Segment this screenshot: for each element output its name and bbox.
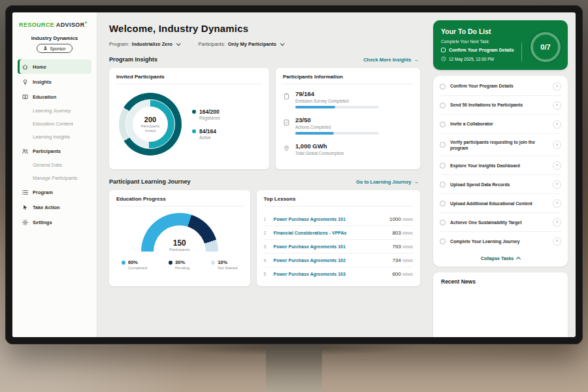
lesson-title-link[interactable]: Power Purchase Agreements 103 <box>274 272 388 276</box>
task-label: Upload Additional Educational Content <box>450 201 548 206</box>
chevron-right-icon[interactable]: › <box>553 161 561 170</box>
sidebar-item-program[interactable]: Program <box>18 185 91 199</box>
chevron-up-icon <box>516 257 521 261</box>
card-title: Participants Information <box>283 74 413 84</box>
lesson-views: 1000 <box>389 216 401 222</box>
todo-panel: Your To Do List Complete Your Next Task:… <box>429 12 576 337</box>
todo-task-list: Confirm Your Program Details › Send 50 I… <box>433 76 568 267</box>
sidebar-item-learning-journey[interactable]: Learning Journey <box>18 105 91 117</box>
chevron-right-icon[interactable]: › <box>553 140 561 149</box>
todo-next-task[interactable]: Confirm Your Program Details <box>441 48 518 52</box>
gauge-value: 150 <box>141 238 218 248</box>
go-to-learning-journey-link[interactable]: Go to Learning Journey → <box>356 179 419 185</box>
sidebar-item-education-content[interactable]: Education Content <box>18 118 91 130</box>
todo-due-text: 12 May 2025, 12:00 PM <box>449 57 494 61</box>
checklist-icon <box>283 117 290 135</box>
sidebar-item-home[interactable]: Home <box>18 59 91 74</box>
lesson-row: 1 Power Purchase Agreements 101 1000view… <box>264 212 413 226</box>
checkbox-icon[interactable] <box>440 103 446 108</box>
legend-dot <box>169 261 172 265</box>
lesson-title-link[interactable]: Power Purchase Agreements 101 <box>274 217 385 221</box>
chevron-right-icon[interactable]: › <box>553 237 561 246</box>
todo-title: Your To Do List <box>441 27 518 35</box>
org-name: Industry Dynamics <box>18 35 91 41</box>
sponsor-badge[interactable]: Sponsor <box>37 44 72 53</box>
chevron-right-icon[interactable]: › <box>553 120 561 129</box>
sidebar-item-take-action[interactable]: Take Action <box>18 200 91 214</box>
invited-total: 200 <box>144 116 156 123</box>
task-row[interactable]: Send 50 Invitations to Participants › <box>440 96 561 115</box>
lesson-title-link[interactable]: Power Purchase Agreements 101 <box>274 244 388 249</box>
lesson-title-link[interactable]: Power Purchase Agreements 102 <box>274 258 388 263</box>
legend-label: Not Started <box>218 266 237 270</box>
checkbox-icon[interactable] <box>440 238 446 244</box>
progress-bar-fill <box>295 132 334 135</box>
checkbox-icon[interactable] <box>440 163 446 169</box>
task-row[interactable]: Explore Your Insights Dashboard › <box>440 156 561 175</box>
legend-value: 84/164 <box>199 128 216 135</box>
donut-center: 200 Participants Invited <box>133 106 168 142</box>
check-more-insights-link[interactable]: Check More Insights → <box>363 57 419 63</box>
sidebar-item-manage-participants[interactable]: Manage Participants <box>18 172 91 184</box>
legend-label: Pending <box>175 266 189 270</box>
lesson-views: 734 <box>392 257 400 263</box>
sidebar-item-label: Settings <box>33 220 52 225</box>
sidebar-item-settings[interactable]: Settings <box>18 215 91 229</box>
program-filter[interactable]: Program: Industrialize Zero <box>109 41 180 47</box>
checkbox-icon[interactable] <box>440 182 446 188</box>
chevron-right-icon[interactable]: › <box>553 82 561 91</box>
checkbox-icon[interactable] <box>440 122 446 127</box>
education-legend: 60% Completed 30% Pending <box>116 255 243 270</box>
lesson-title-link[interactable]: Financial Considerations - VPPAs <box>274 231 388 235</box>
sidebar-item-learning-insights[interactable]: Learning Insights <box>18 131 91 143</box>
chevron-right-icon[interactable]: › <box>553 180 561 189</box>
todo-summary-card: Your To Do List Complete Your Next Task:… <box>433 20 568 70</box>
program-filter-label: Program: <box>109 41 129 47</box>
task-row[interactable]: Invite a Collaborator › <box>440 115 561 134</box>
chevron-right-icon[interactable]: › <box>553 218 561 227</box>
sidebar-item-label: Education <box>33 94 56 100</box>
task-row[interactable]: Verify participants requesting to join t… <box>440 134 561 156</box>
sidebar-item-education[interactable]: Education <box>18 90 91 104</box>
participants-information-card: Participants Information 79/164 Emission… <box>276 68 420 169</box>
task-row[interactable]: Complete Your Learning Journey › <box>440 232 561 250</box>
sidebar-item-label: Participants <box>33 148 61 154</box>
checkbox-icon[interactable] <box>440 84 446 90</box>
logo-primary: RESOURCE <box>19 22 54 28</box>
gauge-label: Participants <box>141 248 218 252</box>
link-label: Go to Learning Journey <box>356 179 412 185</box>
task-row[interactable]: Confirm Your Program Details › <box>440 77 561 96</box>
legend-item-registered: 164/200 Registered <box>192 108 220 120</box>
app-logo: RESOURCE ADVISOR+ <box>18 19 91 34</box>
sponsor-badge-label: Sponsor <box>50 46 65 51</box>
views-word: views <box>402 217 413 221</box>
legend-item-pending: 30% Pending <box>169 259 189 270</box>
chevron-down-icon <box>280 41 284 45</box>
checkbox-icon[interactable] <box>440 142 446 148</box>
lesson-row: 3 Power Purchase Agreements 101 793views <box>264 240 413 253</box>
participants-filter[interactable]: Participants: Only My Participants <box>198 41 284 47</box>
lesson-rank: 2 <box>264 231 269 235</box>
book-icon <box>22 93 29 101</box>
sidebar-item-general-data[interactable]: General Data <box>18 159 91 171</box>
chevron-right-icon[interactable]: › <box>553 199 561 208</box>
task-row[interactable]: Upload Spend Data Records › <box>440 175 561 194</box>
card-title: Invited Participants <box>116 74 262 84</box>
collapse-tasks-button[interactable]: Collapse Tasks <box>440 250 561 265</box>
stat-value: 23/50 <box>295 116 379 123</box>
sidebar-item-label: Insights <box>33 79 52 85</box>
checkbox-icon[interactable] <box>440 220 446 225</box>
task-row[interactable]: Upload Additional Educational Content › <box>440 194 561 213</box>
checkbox-icon[interactable] <box>441 48 446 52</box>
stat-label: Total Global Consumption <box>295 151 344 155</box>
lesson-row: 4 Power Purchase Agreements 102 734views <box>264 253 413 267</box>
chevron-right-icon[interactable]: › <box>553 101 561 110</box>
sidebar-item-label: Take Action <box>33 204 60 210</box>
recent-news-card: Recent News <box>433 272 568 337</box>
logo-secondary: ADVISOR <box>56 22 85 28</box>
task-row[interactable]: Achieve One Sustainability Target › <box>440 213 561 232</box>
sidebar-item-insights[interactable]: Insights <box>18 74 91 89</box>
checkbox-icon[interactable] <box>440 201 446 206</box>
legend-item-completed: 60% Completed <box>122 259 147 270</box>
sidebar-item-participants[interactable]: Participants <box>18 144 91 158</box>
